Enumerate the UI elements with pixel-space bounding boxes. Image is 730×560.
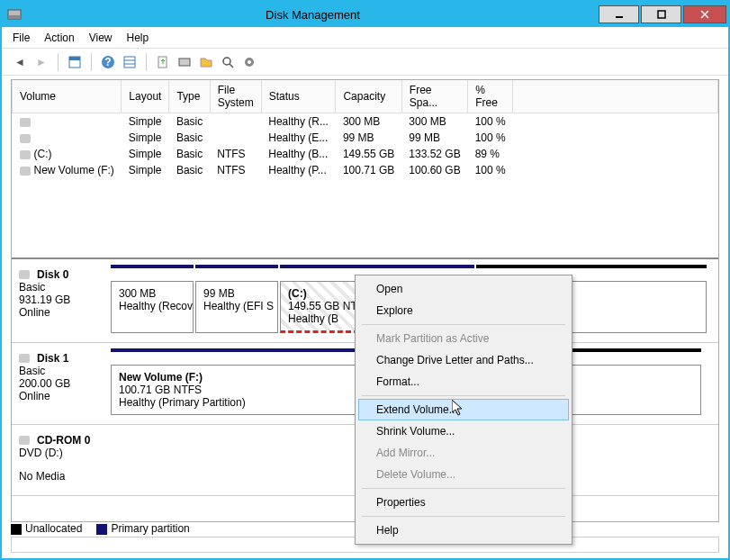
svg-rect-7 — [69, 57, 80, 60]
menu-item-help[interactable]: Help — [358, 519, 569, 541]
help-icon[interactable]: ? — [99, 53, 117, 71]
svg-point-18 — [248, 60, 251, 64]
maximize-button[interactable] — [641, 5, 681, 23]
svg-line-16 — [230, 64, 233, 68]
context-menu: OpenExploreMark Partition as ActiveChang… — [355, 275, 572, 545]
properties-icon[interactable] — [66, 53, 84, 71]
drive-icon — [20, 134, 31, 143]
volume-row[interactable]: SimpleBasicHealthy (R...300 MB300 MB100 … — [13, 113, 718, 131]
drive-icon — [20, 167, 31, 176]
svg-text:?: ? — [104, 56, 111, 68]
disk-icon[interactable] — [176, 53, 194, 71]
drive-icon — [20, 150, 31, 159]
volume-row[interactable]: SimpleBasicHealthy (E...99 MB99 MB100 % — [13, 130, 718, 146]
menu-item-mark-partition-as-active: Mark Partition as Active — [358, 328, 569, 349]
menu-separator — [362, 395, 565, 396]
column-header[interactable]: Capacity — [336, 80, 401, 113]
disk-icon — [19, 436, 30, 445]
forward-button[interactable]: ► — [32, 53, 50, 71]
menubar: File Action View Help — [2, 27, 728, 49]
menu-item-properties[interactable]: Properties — [358, 492, 569, 513]
toolbar: ◄ ► ? — [2, 49, 728, 76]
column-header[interactable]: Layout — [122, 80, 169, 113]
svg-rect-1 — [8, 15, 21, 19]
menu-item-delete-volume: Delete Volume... — [358, 464, 569, 485]
titlebar[interactable]: Disk Management — [2, 2, 728, 27]
menu-item-open[interactable]: Open — [358, 278, 569, 300]
volume-table: VolumeLayoutTypeFile SystemStatusCapacit… — [12, 80, 718, 178]
disk-icon — [19, 354, 30, 363]
partition-box[interactable]: 99 MBHealthy (EFI S — [195, 281, 278, 333]
column-header[interactable]: % Free — [468, 80, 513, 113]
menu-help[interactable]: Help — [127, 32, 149, 44]
disk-management-window: Disk Management File Action View Help ◄ … — [0, 0, 730, 560]
legend-item: Primary partition — [96, 522, 189, 535]
menu-action[interactable]: Action — [44, 32, 74, 44]
menu-separator — [362, 324, 565, 325]
gear-icon[interactable] — [240, 53, 258, 71]
close-button[interactable] — [683, 5, 726, 23]
column-header[interactable]: File System — [210, 80, 261, 113]
menu-item-extend-volume[interactable]: Extend Volume... — [358, 399, 569, 420]
menu-view[interactable]: View — [89, 32, 113, 44]
folder-icon[interactable] — [197, 53, 215, 71]
menu-separator — [362, 488, 565, 489]
svg-rect-14 — [179, 59, 190, 66]
volume-row[interactable]: New Volume (F:)SimpleBasicNTFSHealthy (P… — [13, 162, 718, 178]
menu-item-shrink-volume[interactable]: Shrink Volume... — [358, 420, 569, 442]
drive-icon — [20, 118, 31, 127]
svg-rect-10 — [124, 57, 135, 68]
search-icon[interactable] — [219, 53, 237, 71]
partition-box[interactable] — [554, 365, 701, 415]
menu-file[interactable]: File — [13, 32, 30, 44]
disk-icon — [19, 270, 30, 279]
minimize-button[interactable] — [599, 5, 639, 23]
legend: UnallocatedPrimary partition — [11, 522, 190, 535]
view-icon[interactable] — [121, 53, 139, 71]
menu-separator — [362, 516, 565, 517]
column-spacer — [513, 80, 718, 113]
svg-rect-3 — [658, 11, 665, 18]
menu-item-format[interactable]: Format... — [358, 371, 569, 393]
disk-info: Disk 0Basic931.19 GBOnline — [15, 265, 111, 333]
legend-item: Unallocated — [11, 522, 82, 535]
app-icon — [7, 7, 22, 22]
column-header[interactable]: Free Spa... — [401, 80, 467, 113]
column-header[interactable]: Status — [261, 80, 336, 113]
volume-row[interactable]: (C:)SimpleBasicNTFSHealthy (B...149.55 G… — [13, 146, 718, 162]
menu-item-change-drive-letter-and-paths[interactable]: Change Drive Letter and Paths... — [358, 349, 569, 371]
refresh-icon[interactable] — [154, 53, 172, 71]
column-header[interactable]: Type — [169, 80, 210, 113]
disk-info: Disk 1Basic200.00 GBOnline — [15, 348, 111, 415]
column-header[interactable]: Volume — [13, 80, 122, 113]
svg-point-15 — [223, 58, 230, 65]
disk-info: CD-ROM 0DVD (D:)No Media — [15, 430, 111, 486]
menu-item-explore[interactable]: Explore — [358, 300, 569, 321]
back-button[interactable]: ◄ — [11, 53, 29, 71]
partition-box[interactable]: 300 MBHealthy (Recover — [111, 281, 194, 333]
window-title: Disk Management — [27, 8, 599, 22]
menu-item-add-mirror: Add Mirror... — [358, 442, 569, 464]
